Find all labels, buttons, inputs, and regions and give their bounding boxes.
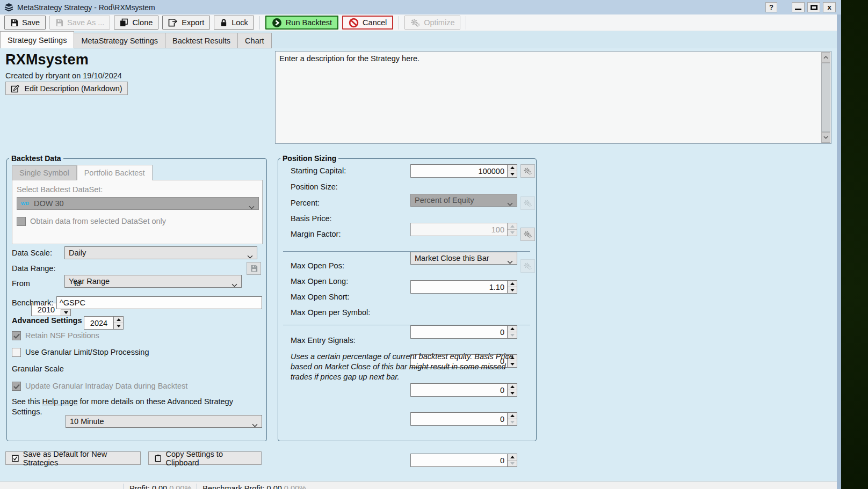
lock-button[interactable]: Lock (214, 16, 254, 30)
description-editor[interactable]: Enter a description for the Strategy her… (275, 51, 831, 144)
dataset-wd-icon: WD (21, 201, 29, 206)
retain-nsf-label: Retain NSF Positions (25, 331, 99, 340)
to-year-stepper[interactable] (84, 316, 124, 330)
max-open-per-symbol-stepper[interactable] (410, 412, 517, 426)
benchmark-input[interactable] (56, 296, 262, 309)
position-sizing-title: Position Sizing (280, 154, 338, 163)
update-granular-label: Update Granular Intraday Data during Bac… (25, 382, 187, 391)
chevron-down-icon (232, 280, 237, 289)
starting-capital-input[interactable] (410, 164, 507, 178)
check-icon (13, 384, 20, 389)
tab-portfolio-backtest[interactable]: Portfolio Backtest (77, 165, 153, 180)
chevron-up-icon (823, 56, 828, 59)
tab-strategy-settings[interactable]: Strategy Settings (0, 31, 74, 48)
select-dataset-label: Select Backtest DataSet: (17, 183, 103, 196)
scroll-up-button[interactable] (821, 52, 830, 63)
obtain-data-checkbox[interactable] (17, 217, 26, 226)
spin-down-button[interactable] (508, 419, 517, 425)
export-button[interactable]: Export (162, 16, 210, 30)
position-size-dropdown[interactable]: Percent of Equity (410, 194, 517, 207)
max-open-pos-stepper[interactable] (410, 325, 517, 339)
scroll-down-button[interactable] (821, 132, 830, 143)
created-by-text: Created by rbryant on 19/10/2024 (5, 71, 122, 80)
spin-up-button[interactable] (508, 454, 517, 461)
basis-price-dropdown[interactable]: Market Close this Bar (410, 252, 517, 265)
gears-icon (523, 261, 532, 271)
max-open-short-input[interactable] (410, 383, 507, 397)
position-size-label: Position Size: (291, 180, 338, 193)
margin-factor-input[interactable] (410, 280, 507, 294)
cancel-button[interactable]: Cancel (342, 16, 393, 30)
check-icon (13, 333, 20, 339)
percent-input (410, 223, 507, 236)
spin-up-button[interactable] (508, 165, 517, 171)
basis-price-label: Basis Price: (291, 212, 332, 225)
benchmark-label: Benchmark: (12, 296, 53, 309)
spin-down-button[interactable] (114, 323, 123, 329)
spin-up-button[interactable] (508, 281, 517, 287)
starting-capital-gear-button[interactable] (520, 164, 535, 178)
profit-status: Profit: 0.00 0.00% (129, 484, 191, 489)
max-open-pos-input[interactable] (410, 325, 507, 339)
granular-processing-checkbox[interactable] (12, 348, 21, 357)
clone-button[interactable]: Clone (114, 16, 158, 30)
margin-factor-stepper[interactable] (410, 280, 517, 294)
titlebar: MetaStrategy Strategy - Rod\RXMsystem ? … (0, 0, 841, 14)
statusbar: Profit: 0.00 0.00% Benchmark Profit: 0.0… (0, 481, 837, 489)
chevron-down-icon (507, 257, 513, 266)
max-entry-signals-label: Max Entry Signals: (291, 334, 356, 347)
spin-up-button[interactable] (508, 384, 517, 390)
margin-factor-gear-button[interactable] (520, 228, 535, 241)
max-open-short-stepper[interactable] (410, 383, 517, 397)
spin-up-button[interactable] (114, 317, 123, 323)
tab-chart[interactable]: Chart (238, 33, 271, 48)
tab-single-symbol[interactable]: Single Symbol (12, 165, 77, 180)
spin-down-button[interactable] (508, 171, 517, 177)
save-button[interactable]: Save (4, 16, 46, 30)
max-entry-signals-input[interactable] (410, 454, 507, 467)
run-backtest-button[interactable]: Run Backtest (265, 16, 338, 30)
export-icon (168, 18, 178, 27)
copy-settings-button[interactable]: Copy Settings to Clipboard (148, 451, 262, 465)
save-range-floppy-icon (250, 265, 258, 272)
toolbar: Save Save As ... Clone Export Lock Run B… (0, 14, 837, 31)
scrollbar-thumb[interactable] (821, 63, 830, 132)
spin-down-button[interactable] (508, 390, 517, 396)
spin-down-button[interactable] (508, 461, 517, 466)
spin-down-button (508, 230, 517, 236)
divider (283, 325, 530, 325)
tab-strip: Strategy Settings MetaStrategy Settings … (0, 31, 837, 48)
close-button[interactable]: x (823, 2, 836, 12)
help-button[interactable]: ? (765, 2, 777, 12)
toolbar-separator (259, 16, 260, 30)
dataset-dropdown[interactable]: WD DOW 30 (17, 197, 259, 210)
data-range-dropdown[interactable]: Year Range (64, 275, 242, 288)
edit-pencil-icon (11, 84, 20, 93)
clipboard-icon (155, 454, 162, 462)
spin-down-button[interactable] (508, 287, 517, 293)
save-icon (10, 19, 18, 27)
help-page-link[interactable]: Help page (42, 397, 77, 406)
spin-up-button[interactable] (508, 413, 517, 419)
starting-capital-stepper[interactable] (410, 164, 517, 178)
description-text[interactable]: Enter a description for the Strategy her… (279, 54, 818, 64)
max-open-per-symbol-input[interactable] (410, 412, 507, 426)
retain-nsf-checkbox[interactable] (12, 331, 21, 340)
description-scrollbar[interactable] (821, 52, 830, 143)
window-right-border (837, 14, 841, 489)
minimize-button[interactable] (792, 2, 805, 12)
save-range-button[interactable] (247, 262, 261, 275)
data-scale-dropdown[interactable]: Daily (64, 246, 257, 259)
chevron-down-icon (252, 420, 258, 429)
tab-metastrategy-settings[interactable]: MetaStrategy Settings (74, 33, 165, 48)
percent-label: Percent: (291, 196, 320, 209)
edit-description-button[interactable]: Edit Description (Markdown) (5, 82, 128, 95)
save-default-button[interactable]: Save as Default for New Strategies (5, 451, 141, 465)
spin-down-button[interactable] (508, 332, 517, 338)
max-entry-signals-stepper[interactable] (410, 454, 517, 467)
tab-backtest-results[interactable]: Backtest Results (165, 33, 238, 48)
spin-up-button[interactable] (508, 326, 517, 332)
maximize-button[interactable] (807, 2, 820, 12)
to-year-input[interactable] (84, 316, 113, 330)
update-granular-checkbox[interactable] (12, 382, 21, 391)
